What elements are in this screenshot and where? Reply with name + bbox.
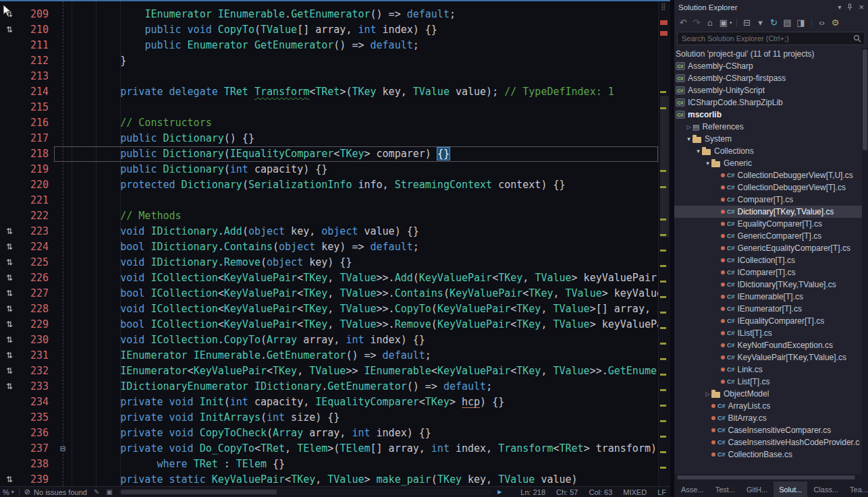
expand-arrow-icon[interactable]: ▷ [704, 391, 711, 397]
filter-caret-icon[interactable]: ▾ [755, 17, 767, 29]
tree-item-ienumerator-t-cs[interactable]: C#IEnumerator[T].cs [674, 303, 868, 315]
code-line-213[interactable]: 213 [0, 69, 658, 84]
code-line-234[interactable]: 234 private void Init(int capacity, IEqu… [0, 394, 658, 410]
change-mark[interactable] [660, 451, 666, 453]
vertical-scrollbar[interactable]: ⣿ [658, 1, 670, 486]
tree-item-collectiondebuggerview-t-u-cs[interactable]: C#CollectionDebuggerView[T,U].cs [674, 169, 868, 181]
line-number[interactable]: 230 [19, 332, 54, 348]
pin-icon[interactable] [846, 3, 853, 11]
tree-item-keynotfoundexception-cs[interactable]: C#KeyNotFoundException.cs [674, 339, 868, 351]
tree-item-icsharpcode-sharpziplib[interactable]: C#ICSharpCode.SharpZipLib [674, 96, 868, 109]
edit-icon[interactable]: ✎ [94, 488, 99, 496]
code-line-228[interactable]: ⇅228 void ICollection<KeyValuePair<TKey,… [0, 301, 658, 317]
panel-tab-gith[interactable]: GitH... [741, 481, 773, 497]
tree-item-genericequalitycomparer-t-cs[interactable]: C#GenericEqualityComparer[T].cs [674, 242, 868, 254]
change-mark[interactable] [660, 374, 666, 376]
line-number[interactable]: 223 [19, 224, 54, 239]
column-indicator[interactable]: Col: 63 [589, 488, 612, 496]
change-mark[interactable] [660, 281, 666, 283]
tree-item-collections[interactable]: ▾Collections [674, 145, 868, 157]
switch-views-icon-caret[interactable]: ▾ [730, 20, 732, 26]
usage-arrows-icon[interactable]: ⇅ [0, 363, 19, 379]
line-number[interactable]: 219 [19, 162, 54, 177]
line-indicator[interactable]: Ln: 218 [520, 488, 545, 496]
usage-arrows-icon[interactable]: ⇅ [0, 239, 19, 255]
line-number[interactable]: 209 [19, 7, 54, 22]
tree-item-ilist-t-cs[interactable]: C#IList[T].cs [674, 327, 868, 339]
code-editor[interactable]: ⇅209 IEnumerator IEnumerable.GetEnumerat… [0, 1, 670, 486]
change-mark[interactable] [660, 405, 666, 407]
switch-views-icon[interactable]: ▣ [717, 17, 730, 29]
tree-item-icomparer-t-cs[interactable]: C#IComparer[T].cs [674, 266, 868, 279]
collapse-arrow-icon[interactable]: ▾ [695, 148, 702, 154]
usage-arrows-icon[interactable]: ⇅ [0, 224, 19, 239]
code-line-216[interactable]: 216 // Constructors [0, 115, 658, 131]
code-line-214[interactable]: 214 private delegate TRet Transform<TRet… [0, 84, 658, 100]
code-line-209[interactable]: ⇅209 IEnumerator IEnumerable.GetEnumerat… [0, 7, 658, 22]
line-number[interactable]: 212 [19, 53, 54, 69]
line-number[interactable]: 239 [19, 472, 54, 486]
scroll-right-icon[interactable]: ▶ [497, 489, 501, 495]
panel-header[interactable]: Solution Explorer ▾ × [674, 0, 868, 14]
line-number[interactable]: 236 [19, 426, 54, 441]
code-line-239[interactable]: ⇅239 private static KeyValuePair<TKey, T… [0, 472, 658, 486]
tree-item-comparer-t-cs[interactable]: C#Comparer[T].cs [674, 194, 868, 206]
code-line-227[interactable]: ⇅227 bool ICollection<KeyValuePair<TKey,… [0, 286, 658, 301]
usage-arrows-icon[interactable]: ⇅ [0, 270, 19, 286]
code-line-232[interactable]: ⇅232 IEnumerator<KeyValuePair<TKey, TVal… [0, 363, 658, 379]
horizontal-scrollbar[interactable] [119, 489, 491, 495]
issues-status[interactable]: ⊘ No issues found [24, 488, 87, 496]
usage-arrows-icon[interactable]: ⇅ [0, 22, 19, 38]
usage-arrows-icon[interactable]: ⇅ [0, 472, 19, 486]
change-mark[interactable] [660, 343, 666, 345]
usage-arrows-icon[interactable]: ⇅ [0, 348, 19, 363]
code-line-223[interactable]: ⇅223 void IDictionary.Add(object key, ob… [0, 224, 658, 239]
line-number[interactable]: 217 [19, 131, 54, 146]
code-line-218[interactable]: 218 public Dictionary(IEqualityComparer<… [0, 146, 658, 162]
collapse-arrow-icon[interactable]: ▾ [704, 160, 711, 167]
line-number[interactable]: 234 [19, 394, 54, 410]
usage-arrows-icon[interactable]: ⇅ [0, 301, 19, 317]
tree-item-icollection-t-cs[interactable]: C#ICollection[T].cs [674, 254, 868, 266]
change-mark[interactable] [660, 389, 666, 391]
line-number[interactable]: 228 [19, 301, 54, 317]
tree-horizontal-scrollbar[interactable] [674, 474, 868, 481]
usage-arrows-icon[interactable]: ⇅ [0, 379, 19, 394]
usage-arrows-icon[interactable]: ⇅ [0, 255, 19, 270]
tree-item-system[interactable]: ▾System [674, 133, 868, 145]
window-menu-icon[interactable]: ▾ [838, 3, 841, 11]
code-line-235[interactable]: 235 private void InitArrays(int size) {} [0, 410, 658, 426]
error-mark[interactable] [660, 31, 668, 36]
close-icon[interactable]: × [859, 2, 864, 12]
line-number[interactable]: 233 [19, 379, 54, 394]
tree-item-collectiondebuggerview-t-cs[interactable]: C#CollectionDebuggerView[T].cs [674, 181, 868, 194]
line-number[interactable]: 218 [19, 146, 54, 162]
tree-item-solution-project-gui-11-of-11-projects[interactable]: Solution 'project-gui' (11 of 11 project… [674, 48, 868, 60]
usage-arrows-icon[interactable]: ⇅ [0, 317, 19, 332]
collapse-arrow-icon[interactable]: ▾ [685, 136, 693, 142]
tree-vertical-scrollbar[interactable] [862, 48, 868, 474]
line-number[interactable]: 211 [19, 38, 54, 53]
usage-arrows-icon[interactable]: ⇅ [0, 7, 19, 22]
tree-vertical-scrollbar-thumb[interactable] [863, 49, 867, 150]
outline-collapse-box-icon[interactable]: ⊟ [54, 441, 72, 457]
change-mark[interactable] [660, 436, 666, 438]
home-icon[interactable]: ⌂ [704, 17, 716, 29]
horizontal-scrollbar-thumb[interactable] [121, 490, 277, 494]
line-number[interactable]: 232 [19, 363, 54, 379]
line-number[interactable]: 220 [19, 177, 54, 193]
tree-item-ienumerable-t-cs[interactable]: C#IEnumerable[T].cs [674, 291, 868, 303]
line-number[interactable]: 216 [19, 115, 54, 131]
collapse-all-icon[interactable]: ⊟ [741, 17, 753, 29]
encoding-indicator[interactable]: MIXED [623, 488, 647, 496]
code-line-211[interactable]: 211 public Enumerator GetEnumerator() =>… [0, 38, 658, 53]
tree-item-assembly-csharp-firstpass[interactable]: C#Assembly-CSharp-firstpass [674, 72, 868, 84]
tree-item-bitarray-cs[interactable]: C#BitArray.cs [674, 412, 868, 424]
forward-icon[interactable]: ↷ [690, 17, 703, 29]
tree-horizontal-scrollbar-thumb[interactable] [677, 475, 855, 479]
tree-item-equalitycomparer-t-cs[interactable]: C#EqualityComparer[T].cs [674, 218, 868, 230]
code-line-238[interactable]: 238 where TRet : TElem {} [0, 457, 658, 472]
line-number[interactable]: 231 [19, 348, 54, 363]
panel-tab-asse[interactable]: Asse... [676, 481, 709, 497]
line-number[interactable]: 237 [19, 441, 54, 457]
